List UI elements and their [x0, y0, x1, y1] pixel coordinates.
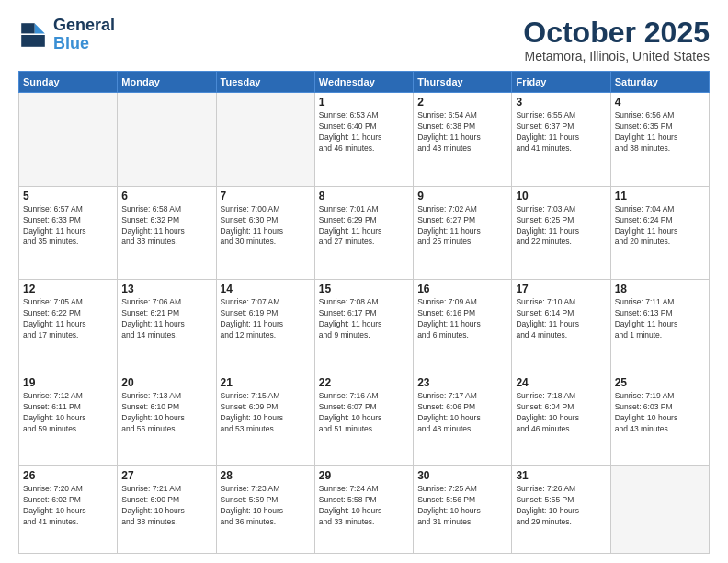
calendar-cell: 26Sunrise: 7:20 AM Sunset: 6:02 PM Dayli…: [19, 466, 118, 554]
logo-line2: Blue: [53, 34, 89, 52]
day-info: Sunrise: 7:20 AM Sunset: 6:02 PM Dayligh…: [23, 484, 113, 528]
calendar-cell: [610, 466, 709, 554]
header: General Blue October 2025 Metamora, Illi…: [18, 17, 710, 63]
title-area: October 2025 Metamora, Illinois, United …: [523, 17, 710, 63]
day-number: 25: [615, 376, 705, 389]
calendar-cell: 2Sunrise: 6:54 AM Sunset: 6:38 PM Daylig…: [414, 93, 512, 187]
page: General Blue October 2025 Metamora, Illi…: [0, 0, 728, 563]
calendar-cell: 20Sunrise: 7:13 AM Sunset: 6:10 PM Dayli…: [118, 373, 216, 466]
month-title: October 2025: [523, 17, 710, 49]
col-header-tuesday: Tuesday: [216, 72, 314, 93]
calendar-cell: 18Sunrise: 7:11 AM Sunset: 6:13 PM Dayli…: [610, 280, 709, 373]
col-header-saturday: Saturday: [610, 72, 709, 93]
location-subtitle: Metamora, Illinois, United States: [523, 49, 710, 63]
day-number: 13: [121, 282, 211, 295]
col-header-sunday: Sunday: [19, 72, 118, 93]
calendar-cell: 12Sunrise: 7:05 AM Sunset: 6:22 PM Dayli…: [19, 280, 118, 373]
day-info: Sunrise: 6:58 AM Sunset: 6:32 PM Dayligh…: [121, 204, 211, 248]
day-number: 14: [221, 282, 311, 295]
day-info: Sunrise: 7:24 AM Sunset: 5:58 PM Dayligh…: [319, 484, 409, 528]
day-info: Sunrise: 7:08 AM Sunset: 6:17 PM Dayligh…: [319, 297, 409, 341]
day-number: 10: [516, 190, 606, 202]
day-number: 12: [23, 282, 113, 295]
day-info: Sunrise: 7:23 AM Sunset: 5:59 PM Dayligh…: [221, 484, 311, 528]
day-info: Sunrise: 6:55 AM Sunset: 6:37 PM Dayligh…: [516, 110, 606, 155]
svg-rect-1: [21, 23, 34, 33]
day-number: 22: [319, 376, 409, 389]
day-info: Sunrise: 7:09 AM Sunset: 6:16 PM Dayligh…: [417, 297, 507, 341]
day-info: Sunrise: 7:12 AM Sunset: 6:11 PM Dayligh…: [23, 391, 113, 435]
day-info: Sunrise: 7:21 AM Sunset: 6:00 PM Dayligh…: [121, 484, 211, 528]
day-number: 24: [516, 376, 606, 389]
calendar-cell: 14Sunrise: 7:07 AM Sunset: 6:19 PM Dayli…: [216, 280, 314, 373]
day-number: 23: [417, 376, 507, 389]
day-info: Sunrise: 7:17 AM Sunset: 6:06 PM Dayligh…: [417, 391, 507, 435]
day-info: Sunrise: 7:10 AM Sunset: 6:14 PM Dayligh…: [516, 297, 606, 341]
day-number: 4: [615, 96, 705, 109]
calendar-cell: 15Sunrise: 7:08 AM Sunset: 6:17 PM Dayli…: [314, 280, 413, 373]
day-number: 16: [417, 282, 507, 295]
calendar-cell: 28Sunrise: 7:23 AM Sunset: 5:59 PM Dayli…: [216, 466, 314, 554]
week-row-3: 12Sunrise: 7:05 AM Sunset: 6:22 PM Dayli…: [19, 280, 710, 373]
calendar-cell: 22Sunrise: 7:16 AM Sunset: 6:07 PM Dayli…: [314, 373, 413, 466]
calendar-cell: 16Sunrise: 7:09 AM Sunset: 6:16 PM Dayli…: [414, 280, 512, 373]
day-info: Sunrise: 7:26 AM Sunset: 5:55 PM Dayligh…: [516, 484, 606, 528]
day-number: 2: [417, 96, 507, 109]
calendar-cell: 29Sunrise: 7:24 AM Sunset: 5:58 PM Dayli…: [314, 466, 413, 554]
day-number: 18: [615, 282, 705, 295]
day-info: Sunrise: 7:03 AM Sunset: 6:25 PM Dayligh…: [516, 204, 606, 248]
calendar-cell: 6Sunrise: 6:58 AM Sunset: 6:32 PM Daylig…: [118, 186, 216, 280]
day-number: 8: [319, 190, 409, 202]
calendar-cell: 17Sunrise: 7:10 AM Sunset: 6:14 PM Dayli…: [512, 280, 610, 373]
logo-text: General Blue: [53, 17, 115, 53]
day-number: 11: [615, 190, 705, 202]
calendar-cell: 11Sunrise: 7:04 AM Sunset: 6:24 PM Dayli…: [610, 186, 709, 280]
calendar-cell: 24Sunrise: 7:18 AM Sunset: 6:04 PM Dayli…: [512, 373, 610, 466]
day-number: 6: [121, 190, 211, 202]
calendar-cell: 23Sunrise: 7:17 AM Sunset: 6:06 PM Dayli…: [414, 373, 512, 466]
calendar-cell: 19Sunrise: 7:12 AM Sunset: 6:11 PM Dayli…: [19, 373, 118, 466]
day-info: Sunrise: 7:16 AM Sunset: 6:07 PM Dayligh…: [319, 391, 409, 435]
day-info: Sunrise: 7:06 AM Sunset: 6:21 PM Dayligh…: [121, 297, 211, 341]
day-number: 26: [23, 469, 113, 482]
day-number: 30: [417, 469, 507, 482]
week-row-4: 19Sunrise: 7:12 AM Sunset: 6:11 PM Dayli…: [19, 373, 710, 466]
day-number: 5: [23, 190, 113, 202]
day-number: 19: [23, 376, 113, 389]
col-header-wednesday: Wednesday: [314, 72, 413, 93]
day-number: 20: [121, 376, 211, 389]
calendar-cell: 8Sunrise: 7:01 AM Sunset: 6:29 PM Daylig…: [314, 186, 413, 280]
calendar-cell: 10Sunrise: 7:03 AM Sunset: 6:25 PM Dayli…: [512, 186, 610, 280]
day-number: 28: [221, 469, 311, 482]
day-info: Sunrise: 7:19 AM Sunset: 6:03 PM Dayligh…: [615, 391, 705, 435]
week-row-5: 26Sunrise: 7:20 AM Sunset: 6:02 PM Dayli…: [19, 466, 710, 554]
day-info: Sunrise: 7:25 AM Sunset: 5:56 PM Dayligh…: [417, 484, 507, 528]
day-info: Sunrise: 7:11 AM Sunset: 6:13 PM Dayligh…: [615, 297, 705, 341]
day-info: Sunrise: 7:04 AM Sunset: 6:24 PM Dayligh…: [615, 204, 705, 248]
day-info: Sunrise: 7:13 AM Sunset: 6:10 PM Dayligh…: [121, 391, 211, 435]
day-number: 9: [417, 190, 507, 202]
logo-icon: [18, 20, 48, 50]
day-number: 7: [221, 190, 311, 202]
logo-line1: General: [53, 17, 115, 35]
day-number: 27: [121, 469, 211, 482]
calendar-cell: 27Sunrise: 7:21 AM Sunset: 6:00 PM Dayli…: [118, 466, 216, 554]
day-number: 17: [516, 282, 606, 295]
day-info: Sunrise: 7:18 AM Sunset: 6:04 PM Dayligh…: [516, 391, 606, 435]
day-info: Sunrise: 6:56 AM Sunset: 6:35 PM Dayligh…: [615, 110, 705, 155]
col-header-monday: Monday: [118, 72, 216, 93]
day-number: 21: [221, 376, 311, 389]
calendar-cell: [19, 93, 118, 187]
calendar-cell: [118, 93, 216, 187]
day-number: 1: [319, 96, 409, 109]
calendar-cell: 1Sunrise: 6:53 AM Sunset: 6:40 PM Daylig…: [314, 93, 413, 187]
day-info: Sunrise: 7:02 AM Sunset: 6:27 PM Dayligh…: [417, 204, 507, 248]
week-row-1: 1Sunrise: 6:53 AM Sunset: 6:40 PM Daylig…: [19, 93, 710, 187]
logo: General Blue: [18, 17, 115, 53]
calendar-header-row: SundayMondayTuesdayWednesdayThursdayFrid…: [19, 72, 710, 93]
day-number: 31: [516, 469, 606, 482]
day-info: Sunrise: 7:15 AM Sunset: 6:09 PM Dayligh…: [221, 391, 311, 435]
calendar-cell: 30Sunrise: 7:25 AM Sunset: 5:56 PM Dayli…: [414, 466, 512, 554]
week-row-2: 5Sunrise: 6:57 AM Sunset: 6:33 PM Daylig…: [19, 186, 710, 280]
day-info: Sunrise: 7:01 AM Sunset: 6:29 PM Dayligh…: [319, 204, 409, 248]
